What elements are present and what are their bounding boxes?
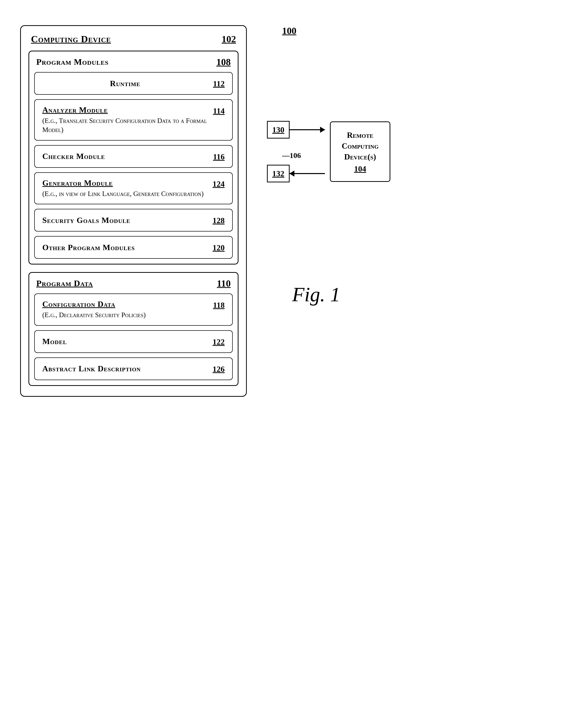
arrow-in-box: 132: [267, 165, 290, 182]
generator-module-subtitle: (E.g., in view of Link Language, Generat…: [42, 189, 208, 198]
configuration-data-subtitle: (E.g., Declarative Security Policies): [42, 310, 208, 319]
security-goals-module-ref: 128: [213, 215, 224, 225]
model-title: Model: [42, 337, 67, 346]
analyzer-module-box: Analyzer Module (E.g., Translate Securit…: [34, 99, 233, 140]
program-data-ref: 110: [217, 278, 231, 289]
security-goals-module-box: Security Goals Module 128: [34, 209, 233, 232]
configuration-data-box: Configuration Data (E.g., Declarative Se…: [34, 293, 233, 326]
arrow-out-box: 130: [267, 121, 290, 138]
computing-device-ref: 102: [221, 33, 236, 45]
connection-ref: —: [282, 151, 290, 159]
program-modules-header: Program Modules 108: [34, 56, 233, 68]
checker-module-ref: 116: [213, 151, 224, 161]
checker-module-content: Checker Module: [42, 152, 208, 161]
generator-module-box: Generator Module (E.g., in view of Link …: [34, 172, 233, 204]
arrow-out-line: [290, 129, 325, 130]
other-modules-box: Other Program Modules 120: [34, 236, 233, 259]
fig-label-area: Fig. 1: [292, 283, 340, 306]
abstract-link-box: Abstract Link Description 126: [34, 358, 233, 380]
runtime-module-content: Runtime: [42, 79, 208, 88]
program-modules-section: Program Modules 108 Runtime 112 Analyzer…: [28, 51, 238, 264]
checker-module-title: Checker Module: [42, 152, 105, 161]
arrow-left-line: [290, 173, 325, 174]
program-data-header: Program Data 110: [34, 278, 233, 289]
arrow-in-ref: 132: [272, 169, 284, 178]
arrows-column: 130 —106 132: [267, 121, 325, 182]
configuration-data-content: Configuration Data (E.g., Declarative Se…: [42, 300, 208, 319]
analyzer-module-subtitle: (E.g., Translate Security Configuration …: [42, 116, 208, 134]
computing-device-box: Computing Device 102 Program Modules 108…: [20, 25, 247, 397]
arrow-left-head: [289, 171, 294, 177]
arrow-in-row: 132: [267, 165, 325, 182]
program-data-title: Program Data: [36, 279, 93, 288]
model-ref: 122: [213, 336, 224, 347]
remote-device-ref: 104: [341, 164, 379, 174]
runtime-module-title: Runtime: [110, 79, 140, 88]
connection-106-label: —106: [282, 151, 301, 160]
analyzer-module-content: Analyzer Module (E.g., Translate Securit…: [42, 105, 208, 134]
arrow-right-head: [320, 127, 325, 133]
runtime-module-box: Runtime 112: [34, 72, 233, 95]
computing-device-header: Computing Device 102: [28, 33, 238, 45]
analyzer-module-title: Analyzer Module: [42, 105, 208, 114]
other-modules-ref: 120: [213, 242, 224, 253]
arrow-out-ref: 130: [272, 125, 284, 134]
arrow-right-line: [290, 129, 325, 130]
runtime-module-ref: 112: [213, 78, 224, 88]
arrow-out-row: 130: [267, 121, 325, 138]
generator-module-title: Generator Module: [42, 178, 208, 188]
model-content: Model: [42, 337, 208, 346]
checker-module-box: Checker Module 116: [34, 145, 233, 168]
connection-area: 130 —106 132: [267, 121, 390, 182]
security-goals-module-title: Security Goals Module: [42, 216, 130, 225]
arrow-in-line: [290, 173, 325, 174]
program-data-section: Program Data 110 Configuration Data (E.g…: [28, 272, 238, 386]
computing-device-title: Computing Device: [31, 33, 111, 45]
abstract-link-title: Abstract Link Description: [42, 364, 141, 373]
diagram-container: Computing Device 102 Program Modules 108…: [20, 15, 562, 397]
analyzer-module-ref: 114: [213, 105, 224, 115]
other-modules-title: Other Program Modules: [42, 243, 135, 252]
ref-100-label: 100: [282, 25, 296, 36]
remote-device-box: Remote Computing Device(s) 104: [330, 122, 390, 182]
generator-module-ref: 124: [213, 178, 224, 189]
abstract-link-ref: 126: [213, 364, 224, 374]
program-modules-ref: 108: [216, 56, 231, 68]
generator-module-content: Generator Module (E.g., in view of Link …: [42, 178, 208, 198]
program-modules-title: Program Modules: [36, 57, 109, 67]
right-side: 100 130 —106: [267, 25, 393, 306]
fig-label: Fig. 1: [292, 283, 340, 306]
abstract-link-content: Abstract Link Description: [42, 364, 208, 373]
configuration-data-title: Configuration Data: [42, 300, 208, 309]
model-box: Model 122: [34, 330, 233, 353]
configuration-data-ref: 118: [213, 300, 224, 310]
security-goals-module-content: Security Goals Module: [42, 216, 208, 225]
other-modules-content: Other Program Modules: [42, 243, 208, 252]
remote-device-title: Remote Computing Device(s): [341, 130, 379, 162]
